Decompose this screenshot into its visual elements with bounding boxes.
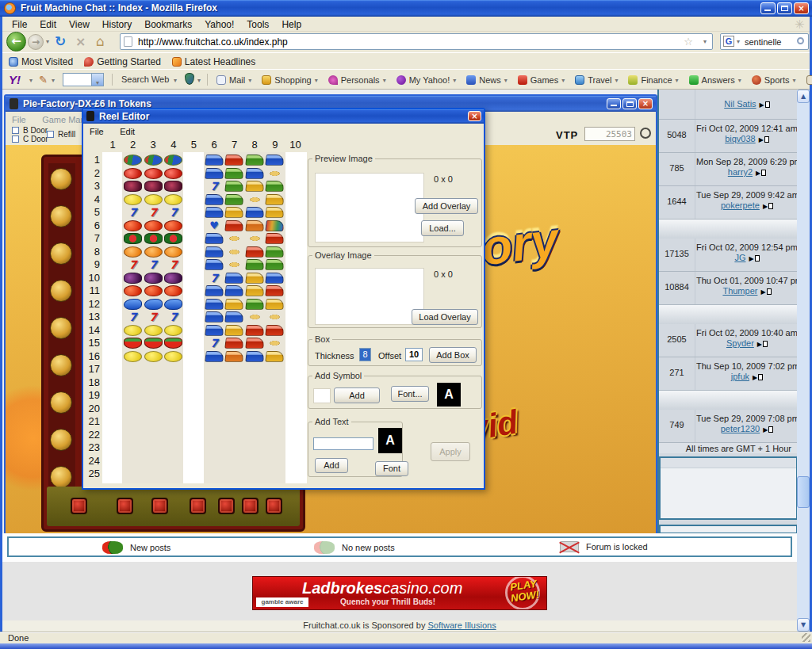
reel-symbol-tomato[interactable]	[124, 285, 142, 296]
sponsored-link[interactable]: Software Illusions	[427, 620, 496, 630]
reel-symbol-lemon[interactable]	[124, 194, 142, 205]
jump-to-post-icon[interactable]: ▶	[757, 341, 762, 348]
reel-symbol-pie-blue[interactable]	[245, 168, 265, 179]
reel-symbol-pie-green[interactable]	[245, 299, 265, 310]
reel-symbol-cherry[interactable]	[124, 168, 142, 179]
url-dropdown-icon[interactable]	[703, 38, 707, 45]
reel-symbol-fish[interactable]	[144, 299, 163, 310]
reel-symbol-pie-red[interactable]	[224, 155, 244, 166]
reel-symbol-seven-red[interactable]: 7	[164, 259, 182, 270]
reel-symbol-tomato[interactable]	[164, 285, 182, 296]
post-user-link[interactable]: biqv038	[725, 134, 756, 143]
reel-symbol-lemon[interactable]	[124, 351, 142, 362]
reel-symbol-strawberry[interactable]	[144, 338, 163, 349]
search-box[interactable]: G	[720, 33, 809, 50]
load-button[interactable]: Load...	[421, 220, 464, 236]
jump-to-post-icon[interactable]: ▶	[753, 374, 757, 381]
reel-symbol-pie-blue[interactable]	[224, 285, 244, 296]
reel-symbol-pie-red[interactable]	[224, 338, 244, 349]
search-engine-dropdown-icon[interactable]	[737, 38, 740, 45]
reel-symbol-tomato[interactable]	[144, 220, 163, 231]
post-user-link[interactable]: pokerpete	[721, 200, 760, 210]
load-overlay-button[interactable]: Load Overlay	[412, 309, 478, 325]
reel-symbol-pie-orange[interactable]	[245, 220, 265, 231]
restore-button[interactable]	[777, 2, 792, 14]
yahoo-item-answers[interactable]: Answers	[689, 75, 741, 85]
post-user-link[interactable]: Nil Satis	[724, 99, 756, 109]
reel-symbol-pie-blue[interactable]	[205, 207, 224, 218]
ad-banner[interactable]: Ladbrokescasino.com Quench your Thrill B…	[252, 576, 547, 610]
pencil-dropdown-icon[interactable]	[52, 77, 55, 84]
menu-item-view[interactable]: View	[63, 17, 96, 32]
add-box-button[interactable]: Add Box	[429, 347, 477, 363]
symbol-input[interactable]	[313, 388, 331, 403]
reel-symbol-coin[interactable]	[246, 311, 264, 323]
reel-symbol-seven-blue[interactable]: 7	[205, 338, 224, 349]
reel-symbol-melon[interactable]	[124, 155, 142, 166]
stop-button[interactable]: ×	[75, 34, 86, 49]
vtp-value-field[interactable]	[584, 127, 635, 141]
reel-symbol-pie-blue[interactable]	[205, 155, 224, 166]
reel-symbol-pie-blue[interactable]	[224, 311, 244, 323]
reel-symbol-seven-blue[interactable]: 7	[164, 311, 182, 323]
reel-symbol-pie-green[interactable]	[265, 259, 285, 270]
reel-symbol-pie-blue[interactable]	[205, 168, 224, 179]
thickness-input[interactable]: 8	[359, 348, 371, 361]
search-input[interactable]	[745, 36, 792, 48]
emulator-minimize-button[interactable]	[607, 98, 621, 109]
reel-symbol-pie-blue[interactable]	[205, 194, 224, 205]
reel-symbol-pie-orange[interactable]	[224, 351, 244, 362]
menu-item-help[interactable]: Help	[275, 17, 308, 32]
reel-symbol-pie-blue[interactable]	[205, 351, 224, 362]
reel-symbol-pie-green[interactable]	[245, 259, 265, 270]
reel-symbol-heart-blue[interactable]: ♥	[205, 220, 224, 231]
yahoo-search-dropdown[interactable]	[91, 74, 103, 86]
reel-symbol-lemon[interactable]	[164, 194, 182, 205]
ad-cta[interactable]: PLAY NOW!	[508, 578, 540, 605]
reel-symbol-coin[interactable]	[246, 233, 264, 244]
emulator-maximize-button[interactable]	[622, 98, 637, 109]
reel-symbol-grape[interactable]	[124, 273, 142, 284]
reel-symbol-cherry[interactable]	[144, 168, 163, 179]
reel-symbol-pie-red[interactable]	[265, 285, 285, 296]
text-font-swatch[interactable]: A	[378, 428, 402, 453]
add-symbol-button[interactable]: Add	[334, 387, 380, 403]
reel-symbol-lemon[interactable]	[124, 325, 142, 336]
reel-symbol-berry[interactable]	[124, 181, 142, 192]
jump-to-post-icon[interactable]: ▶	[760, 101, 764, 109]
reel-symbol-pome[interactable]	[144, 233, 163, 244]
jump-to-post-icon[interactable]: ▶	[763, 426, 768, 433]
reel-symbol-lemon[interactable]	[144, 325, 163, 336]
menu-item-file[interactable]: File	[6, 17, 33, 32]
reel-symbol-pie-blue[interactable]	[205, 325, 224, 336]
history-dropdown-icon[interactable]	[46, 38, 49, 45]
reel-symbol-pome[interactable]	[124, 233, 142, 244]
machine-button[interactable]	[117, 498, 133, 514]
scroll-up-button[interactable]: ▲	[797, 90, 810, 103]
reel-symbol-pie-blue[interactable]	[205, 233, 224, 244]
reel-symbol-orange[interactable]	[124, 246, 142, 258]
reel-symbol-pie-red[interactable]	[245, 338, 265, 349]
text-font-button[interactable]: Font	[375, 461, 408, 476]
post-user-link[interactable]: harry2	[728, 167, 753, 177]
reel-symbol-pie-blue[interactable]	[224, 273, 244, 284]
machine-button[interactable]	[71, 498, 87, 514]
url-bar[interactable]: ☆	[120, 33, 713, 50]
post-user-link[interactable]: Spyder	[726, 338, 754, 348]
post-user-link[interactable]: jpfuk	[731, 372, 749, 381]
reel-symbol-pie-yellow[interactable]	[265, 207, 285, 218]
reel-symbol-pie-green[interactable]	[265, 181, 285, 192]
yahoo-logo[interactable]: Y!	[9, 73, 21, 86]
reel-symbol-pie-blue[interactable]	[245, 351, 265, 362]
reel-symbol-strawberry[interactable]	[124, 338, 142, 349]
jump-to-post-icon[interactable]: ▶	[760, 288, 765, 296]
menu-item-tools[interactable]: Tools	[240, 17, 275, 32]
reel-symbol-pie-yellow[interactable]	[245, 285, 265, 296]
post-user-link[interactable]: peter1230	[721, 424, 760, 433]
yahoo-item-news[interactable]: News	[466, 75, 508, 85]
reel-symbol-pie-yellow[interactable]	[224, 325, 244, 336]
reel-editor-close-button[interactable]: ×	[468, 111, 481, 121]
reel-symbol-pie-red[interactable]	[224, 220, 244, 231]
reel-symbol-coin[interactable]	[225, 233, 243, 244]
jump-to-post-icon[interactable]: ▶	[759, 136, 764, 143]
